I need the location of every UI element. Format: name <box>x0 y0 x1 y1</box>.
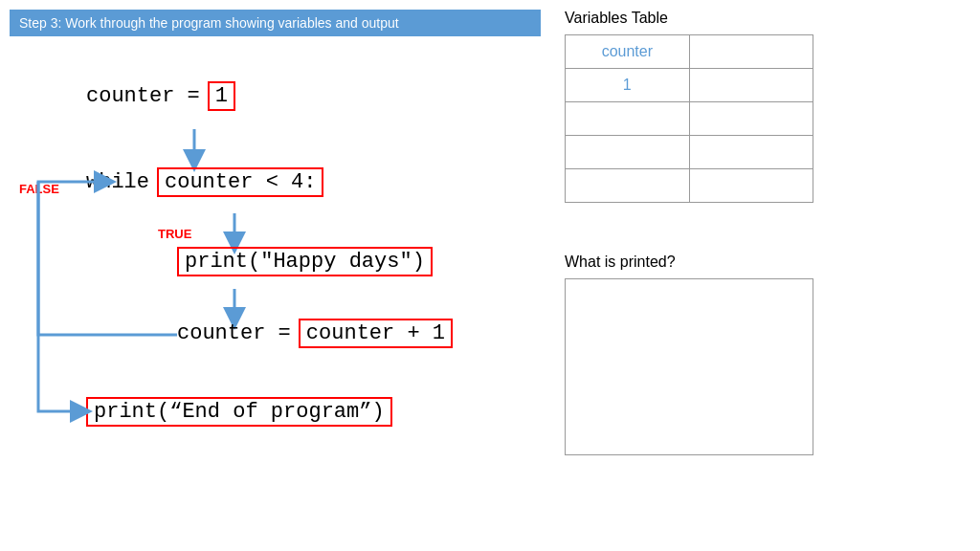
counter-update-rhs: counter + 1 <box>299 319 453 348</box>
table-cell-2-1 <box>566 102 690 136</box>
table-cell-4-1 <box>566 169 690 203</box>
table-row <box>566 136 813 169</box>
line-counter-init: counter = 1 <box>86 81 235 111</box>
code-area: counter = 1 FALSE while counter < 4: TRU… <box>10 38 546 536</box>
printed-section: What is printed? <box>565 253 967 455</box>
table-cell-1-2 <box>689 69 813 102</box>
table-row <box>566 169 813 203</box>
printed-box <box>565 278 813 455</box>
table-cell-3-2 <box>689 136 813 169</box>
table-header-counter: counter <box>566 35 690 69</box>
arrow2-svg <box>220 213 249 250</box>
table-cell-2-2 <box>689 102 813 136</box>
table-header-row: counter <box>566 35 813 69</box>
variables-table-title: Variables Table <box>565 10 967 27</box>
table-cell-3-1 <box>566 136 690 169</box>
variables-section: Variables Table counter 1 <box>565 10 967 203</box>
table-row: 1 <box>566 69 813 102</box>
counter-init-label: counter = <box>86 84 200 108</box>
header-text: Step 3: Work through the program showing… <box>19 15 399 31</box>
loop-arrow-svg <box>29 177 220 435</box>
counter-init-value: 1 <box>208 81 235 111</box>
printed-title: What is printed? <box>565 253 967 271</box>
table-row <box>566 102 813 136</box>
arrow1-svg <box>180 129 209 167</box>
arrow1 <box>180 129 209 171</box>
table-header-empty <box>689 35 813 69</box>
table-cell-1-1: 1 <box>566 69 690 102</box>
header-banner: Step 3: Work through the program showing… <box>10 10 541 36</box>
variables-table: counter 1 <box>565 34 813 203</box>
table-cell-4-2 <box>689 169 813 203</box>
